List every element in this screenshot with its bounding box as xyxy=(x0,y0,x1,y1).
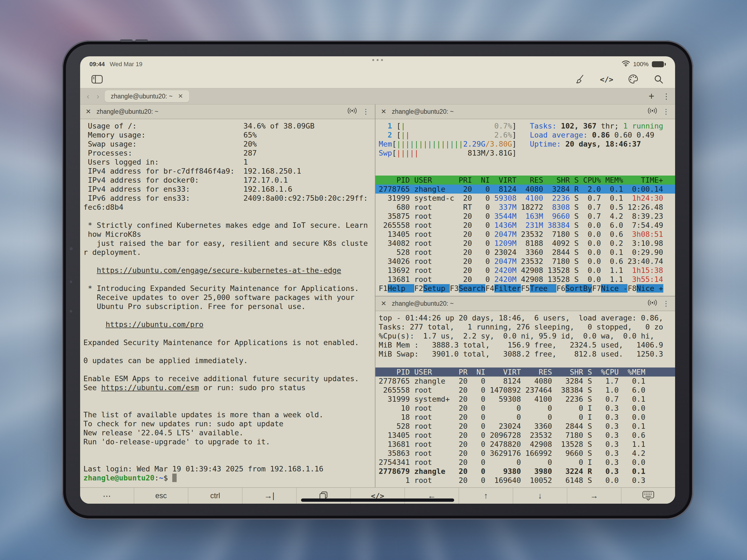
terminal-line xyxy=(80,257,375,266)
terminal-output[interactable]: Usage of /: 34.6% of 38.09GB Memory usag… xyxy=(80,119,375,487)
search-icon[interactable] xyxy=(653,74,664,85)
terminal-line: 31999 systemd+ 20 0 59308 4100 2236 S 0.… xyxy=(376,394,675,404)
terminal-line: IPv4 address for ens33: 192.168.1.6 xyxy=(80,184,375,194)
pane-shell-session: ✕ zhangle@ubuntu20: ~ ⋮ Usage of /: 34.6… xyxy=(80,104,375,487)
terminal-line xyxy=(80,311,375,320)
terminal-line: https://ubuntu.com/pro xyxy=(80,320,375,329)
terminal-line: F1Help F2Setup F3SearchF4FilterF5Tree F6… xyxy=(376,284,675,293)
tab-terminal-session[interactable]: zhangle@ubuntu20: ~ ✕ xyxy=(105,90,189,102)
wifi-icon xyxy=(622,60,630,68)
terminal-line: 2778679 zhangle 20 0 9380 3980 3224 R 0.… xyxy=(376,467,675,476)
terminal-line: 13405 root 20 0 2047M 23532 7180 S 0.0 0… xyxy=(376,230,675,239)
terminal-line: 13681 root 20 0 2420M 42908 13528 S 0.0 … xyxy=(376,275,675,284)
status-bar: 09:44 Wed Mar 19 100% xyxy=(80,56,675,71)
arrow-right-key[interactable]: → xyxy=(567,488,621,504)
ambient-sensor xyxy=(70,281,72,283)
terminal-line: Usage of /: 34.6% of 38.09GB xyxy=(80,121,375,130)
terminal-line xyxy=(80,329,375,338)
terminal-line: 2754341 root 20 0 0 0 0 I 0.3 0.0 xyxy=(376,458,675,467)
terminal-line: Run 'do-release-upgrade' to upgrade to i… xyxy=(80,437,375,446)
terminal-line: how MicroK8s xyxy=(80,230,375,239)
pane-title: zhangle@ubuntu20: ~ xyxy=(392,300,454,307)
nav-back-icon[interactable]: ‹ xyxy=(85,92,91,100)
terminal-line: Enable ESM Apps to receive additional fu… xyxy=(80,374,375,383)
tab-overflow-menu-icon[interactable]: ⋮ xyxy=(663,92,670,101)
terminal-line: 35875 root 20 0 3544M 163M 9660 S 0.7 4.… xyxy=(376,212,675,221)
home-indicator[interactable] xyxy=(301,499,454,502)
terminal-line: just raised the bar for easy, resilient … xyxy=(80,239,375,248)
terminal-line: 1 root 20 0 169640 10052 6148 S 0.0 0.3 xyxy=(376,476,675,485)
terminal-line: See https://ubuntu.com/esm or run: sudo … xyxy=(80,383,375,392)
terminal-line: 10 root 20 0 0 0 0 I 0.3 0.0 xyxy=(376,404,675,413)
terminal-line: 2778765 zhangle 20 0 8124 4080 3284 R 2.… xyxy=(376,184,675,194)
terminal-line: IPv4 address for br-c7dff846f4a9: 192.16… xyxy=(80,167,375,176)
terminal-line: Mem[|||||||||||||||2.29G/3.80G] Uptime: … xyxy=(376,139,675,149)
terminal-line xyxy=(376,167,675,176)
connection-signal-icon xyxy=(648,107,657,116)
sidebar-toggle-icon[interactable] xyxy=(91,74,103,84)
dismiss-keyboard-icon[interactable] xyxy=(621,488,675,504)
connection-signal-icon xyxy=(648,299,657,308)
tab-bar: ‹ › zhangle@ubuntu20: ~ ✕ + ⋮ xyxy=(80,88,675,104)
terminal-line xyxy=(80,275,375,284)
esc-key[interactable]: esc xyxy=(134,488,188,504)
terminal-output-htop[interactable]: 1 [| 0.7%] Tasks: 102, 367 thr; 1 runnin… xyxy=(376,119,675,296)
nav-forward-icon[interactable]: › xyxy=(95,92,101,100)
terminal-line: top - 01:44:26 up 20 days, 18:46, 6 user… xyxy=(376,313,675,322)
multitasking-dots-icon[interactable] xyxy=(372,59,383,61)
code-icon[interactable]: </> xyxy=(600,75,613,84)
terminal-line: https://ubuntu.com/engage/secure-kuberne… xyxy=(80,266,375,275)
new-tab-button[interactable]: + xyxy=(649,91,654,101)
more-keys-button[interactable]: ⋯ xyxy=(80,488,134,504)
terminal-line: 265558 root 20 0 1470892 237464 38384 S … xyxy=(376,385,675,394)
terminal-line xyxy=(80,446,375,455)
pane-close-icon[interactable]: ✕ xyxy=(85,108,91,116)
connection-signal-icon xyxy=(347,107,357,116)
right-pane-column: ✕ zhangle@ubuntu20: ~ ⋮ 1 [| 0.7%] Task xyxy=(376,104,675,487)
terminal-line: 13692 root 20 0 2420M 42908 13528 S 0.0 … xyxy=(376,266,675,275)
battery-icon xyxy=(652,61,664,67)
terminal-line: %Cpu(s): 1.7 us, 2.2 sy, 0.0 ni, 95.9 id… xyxy=(376,331,675,340)
pane-header: ✕ zhangle@ubuntu20: ~ ⋮ xyxy=(376,104,675,119)
terminal-line xyxy=(80,401,375,410)
pane-menu-icon[interactable]: ⋮ xyxy=(663,107,670,116)
terminal-line: MiB Swap: 3901.0 total, 3088.2 free, 812… xyxy=(376,350,675,358)
ipad-screen: 09:44 Wed Mar 19 100% xyxy=(80,56,675,504)
terminal-line xyxy=(80,347,375,356)
front-camera xyxy=(70,247,73,250)
pane-menu-icon[interactable]: ⋮ xyxy=(663,299,670,308)
app-toolbar: </> xyxy=(80,71,675,88)
terminal-line: 265558 root 20 0 1436M 231M 38384 S 0.0 … xyxy=(376,221,675,230)
tab-title: zhangle@ubuntu20: ~ xyxy=(111,93,173,100)
terminal-line: Expanded Security Maintenance for Applic… xyxy=(80,338,375,347)
palette-icon[interactable] xyxy=(627,74,639,85)
terminal-line: fec6:d8b4 xyxy=(80,203,375,212)
pane-menu-icon[interactable]: ⋮ xyxy=(362,107,369,116)
ipad-device-frame: 09:44 Wed Mar 19 100% xyxy=(62,41,693,519)
terminal-line: MiB Mem : 3888.3 total, 156.9 free, 2324… xyxy=(376,340,675,350)
terminal-line: 2778765 zhangle 20 0 8124 4080 3284 S 1.… xyxy=(376,377,675,385)
pane-close-icon[interactable]: ✕ xyxy=(381,300,386,307)
arrow-down-key[interactable]: ↓ xyxy=(513,488,567,504)
pane-htop: ✕ zhangle@ubuntu20: ~ ⋮ 1 [| 0.7%] Task xyxy=(376,104,675,296)
terminal-line: 2 [|| 2.6%] Load average: 0.86 0.60 0.49 xyxy=(376,130,675,139)
tab-key-icon[interactable]: →| xyxy=(242,488,296,504)
tab-close-icon[interactable]: ✕ xyxy=(178,93,183,100)
terminal-line: 34082 root 20 0 1209M 8188 4092 S 0.0 0.… xyxy=(376,239,675,248)
ctrl-key[interactable]: ctrl xyxy=(188,488,242,504)
pane-close-icon[interactable]: ✕ xyxy=(381,108,386,116)
pane-title: zhangle@ubuntu20: ~ xyxy=(97,108,158,116)
terminal-line: To check for new updates run: sudo apt u… xyxy=(80,419,375,428)
arrow-up-key[interactable]: ↑ xyxy=(459,488,513,504)
terminal-line: PID USER PRI NI VIRT RES SHR S CPU% MEM%… xyxy=(376,176,675,184)
terminal-line: 528 root 20 0 23024 3360 2844 S 0.0 0.1 … xyxy=(376,248,675,257)
terminal-output-top[interactable]: top - 01:44:26 up 20 days, 18:46, 6 user… xyxy=(376,311,675,487)
terminal-line: IPv6 address for ens33: 2409:8a00:c92:75… xyxy=(80,194,375,203)
terminal-line xyxy=(80,455,375,464)
terminal-line: Last login: Wed Mar 19 01:39:43 2025 fro… xyxy=(80,464,375,473)
terminal-line: Ubuntu Pro subscription. Free for person… xyxy=(80,302,375,311)
terminal-line xyxy=(376,157,675,167)
terminal-line: New release '22.04.5 LTS' available. xyxy=(80,428,375,437)
terminal-line xyxy=(80,212,375,221)
brush-icon[interactable] xyxy=(575,74,586,85)
